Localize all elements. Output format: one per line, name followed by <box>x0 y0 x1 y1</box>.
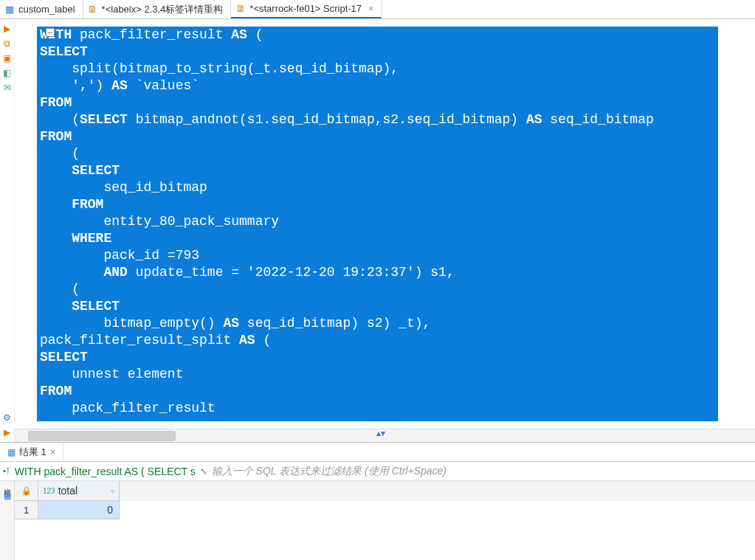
tab-custom-label[interactable]: ▦ custom_label <box>0 0 83 18</box>
sash-handle-icon[interactable]: ▴▾ <box>376 428 385 438</box>
cell-total[interactable]: 0 <box>38 501 120 519</box>
grid-mode-bar: 网格 ▦ <box>0 481 15 560</box>
result-tab-1[interactable]: ▦ 结果 1 × <box>0 443 63 462</box>
table-icon: ▦ <box>4 4 15 15</box>
scrollbar-thumb[interactable] <box>28 431 176 441</box>
gear-icon[interactable]: ⚙ <box>2 412 13 423</box>
left-toolbar: ▶ ⧉ ▣ ◧ ✉ ⚙ ▶ <box>0 19 15 442</box>
toolbar-icon[interactable]: ✉ <box>2 83 13 93</box>
editor-tabs: ▦ custom_label 🗎 *<labelx> 2.3.4标签详情重构 🗎… <box>0 0 755 19</box>
toolbar-icon[interactable]: ◧ <box>2 68 13 78</box>
column-name: total <box>58 485 77 497</box>
close-icon[interactable]: × <box>368 4 373 14</box>
fold-icon[interactable]: − <box>46 28 55 37</box>
result-tab-label: 结果 1 <box>19 446 46 459</box>
toolbar-icon[interactable]: ▣ <box>2 53 13 63</box>
tab-label: *<labelx> 2.3.4标签详情重构 <box>102 3 224 16</box>
sql-icon: 🗎 <box>235 4 246 14</box>
tab-labelx[interactable]: 🗎 *<labelx> 2.3.4标签详情重构 <box>83 0 232 18</box>
column-header-total[interactable]: 123 total ▿ <box>38 481 120 501</box>
tab-label: *<starrock-fe01> Script-17 <box>249 3 362 14</box>
toolbar-icon[interactable]: ⧉ <box>2 38 13 49</box>
table-row[interactable]: 1 0 <box>15 501 755 519</box>
type-badge: 123 <box>43 487 55 495</box>
tab-label: custom_label <box>18 4 75 15</box>
horizontal-scrollbar[interactable]: ▴▾ <box>15 429 755 442</box>
close-icon[interactable]: × <box>50 446 56 457</box>
results-grid[interactable]: 🔒 123 total ▿ 1 0 <box>15 481 755 560</box>
toolbar-icon[interactable]: ▶ <box>2 24 13 34</box>
row-number: 1 <box>15 501 38 519</box>
expand-icon[interactable]: ⤡ <box>200 466 207 477</box>
toolbar-icon[interactable]: ▶ <box>2 427 13 438</box>
grid-icon[interactable]: ▦ <box>4 491 11 501</box>
grid-corner: 🔒 <box>15 481 38 501</box>
lock-icon: 🔒 <box>21 486 32 496</box>
sql-prefix-icon: •⊺ <box>3 466 10 476</box>
grid-icon: ▦ <box>7 447 15 457</box>
filter-icon[interactable]: ▿ <box>111 487 114 495</box>
sql-icon: 🗎 <box>88 4 98 15</box>
filter-input[interactable]: 输入一个 SQL 表达式来过滤结果 (使用 Ctrl+Space) <box>212 465 752 478</box>
tab-script17[interactable]: 🗎 *<starrock-fe01> Script-17 × <box>231 0 382 18</box>
sql-preview: WITH pack_filter_result AS ( SELECT s <box>15 466 196 477</box>
results-panel: ▦ 结果 1 × •⊺ WITH pack_filter_result AS (… <box>0 442 755 560</box>
sql-editor[interactable]: − WITH pack_filter_result AS ( SELECT sp… <box>15 19 755 429</box>
